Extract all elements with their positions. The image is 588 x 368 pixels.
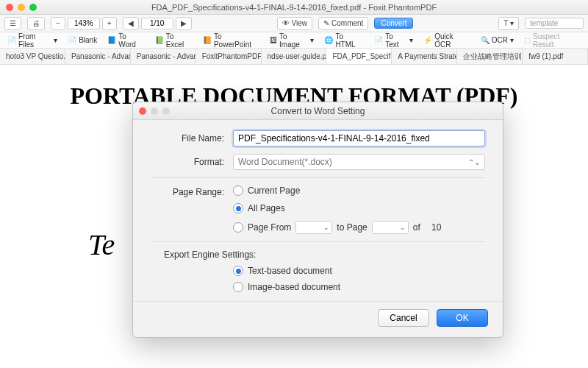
tab-label: ndse-user-guide.pdf xyxy=(268,52,327,60)
zoom-input[interactable] xyxy=(68,18,100,29)
tab-label: 企业战略管理培训... xyxy=(463,52,523,62)
page-from-select[interactable]: ⌄ xyxy=(295,221,332,234)
document-tab[interactable]: Panasonic - Advance... xyxy=(131,49,196,64)
document-tab[interactable]: FoxitPhantomPDF9... xyxy=(196,49,262,64)
zoom-window-icon[interactable] xyxy=(29,4,37,11)
format-select[interactable]: Word Document(*.docx) ⌃⌄ xyxy=(233,154,485,170)
document-tab[interactable]: A Payments Strategy ... xyxy=(392,49,457,64)
comment-mode-button[interactable]: ✎ Comment xyxy=(318,17,368,30)
suspect-result-button: ⬚ Suspect Result xyxy=(521,32,584,49)
convert-to-word-dialog: Convert to Word Setting File Name: Forma… xyxy=(132,102,503,338)
template-search-input[interactable]: template xyxy=(525,18,584,29)
document-tab[interactable]: 企业战略管理培训... xyxy=(457,49,523,64)
document-tab[interactable]: FDA_PDF_Specificati...× xyxy=(326,49,392,64)
export-engine-label: Export Engine Settings: xyxy=(164,250,485,260)
menu-button[interactable]: ☰ xyxy=(4,17,21,30)
tab-label: A Payments Strategy ... xyxy=(398,52,457,60)
to-powerpoint-button[interactable]: 📙 To PowerPoint xyxy=(200,32,262,49)
file-name-label: File Name: xyxy=(151,133,224,144)
page-nav: ◀ ▶ xyxy=(123,17,192,30)
quick-ocr-button[interactable]: ⚡ Quick OCR xyxy=(420,32,473,49)
document-tabs: hoto3 VP Questio...Panasonic - Advance..… xyxy=(0,49,588,65)
to-image-button[interactable]: 🖼 To Image ▾ xyxy=(267,32,317,49)
tab-label: fw9 (1).pdf xyxy=(528,52,563,60)
tab-label: Panasonic - Advance... xyxy=(71,52,131,60)
page-to-select[interactable]: ⌄ xyxy=(372,221,409,234)
all-pages-radio[interactable]: All Pages xyxy=(233,203,441,213)
close-window-icon[interactable] xyxy=(6,4,13,11)
text-based-radio[interactable]: Text-based document xyxy=(233,266,485,276)
zoom-out-icon[interactable]: − xyxy=(51,17,65,30)
window-title: FDA_PDF_Specifications-v4-1-FINAL-9-14-2… xyxy=(0,3,588,12)
to-excel-button[interactable]: 📗 To Excel xyxy=(152,32,196,49)
image-based-radio[interactable]: Image-based document xyxy=(233,282,485,292)
template-toggle-button[interactable]: T ▾ xyxy=(498,17,519,30)
document-tab[interactable]: fw9 (1).pdf xyxy=(523,49,588,64)
ocr-button[interactable]: 🔍 OCR ▾ xyxy=(478,35,517,45)
to-word-button[interactable]: 📘 To Word xyxy=(104,32,148,49)
main-toolbar: ☰ 🖨 − + ◀ ▶ 👁 View ✎ Comment Convert T ▾… xyxy=(0,15,588,32)
page-input[interactable] xyxy=(141,18,173,29)
document-tab[interactable]: hoto3 VP Questio... xyxy=(0,49,65,64)
to-text-button[interactable]: 📄 To Text ▾ xyxy=(371,32,416,49)
file-name-input[interactable] xyxy=(233,130,485,146)
cancel-button[interactable]: Cancel xyxy=(378,309,429,327)
from-files-button[interactable]: 📄 From Files ▾ xyxy=(4,32,60,49)
prev-page-icon[interactable]: ◀ xyxy=(123,17,139,30)
blank-button[interactable]: 📄 Blank xyxy=(65,35,100,45)
format-label: Format: xyxy=(151,157,224,167)
tab-label: FDA_PDF_Specificati... xyxy=(332,52,392,60)
minimize-window-icon[interactable] xyxy=(18,4,25,11)
current-page-radio[interactable]: Current Page xyxy=(233,185,441,196)
ok-button[interactable]: OK xyxy=(437,309,488,327)
document-tab[interactable]: Panasonic - Advance... xyxy=(65,49,131,64)
dialog-titlebar: Convert to Word Setting xyxy=(133,102,503,120)
page-from-radio[interactable]: Page From ⌄ to Page ⌄ of 10 xyxy=(233,221,441,234)
window-traffic-lights xyxy=(6,4,37,11)
next-page-icon[interactable]: ▶ xyxy=(176,17,192,30)
window-titlebar: FDA_PDF_Specifications-v4-1-FINAL-9-14-2… xyxy=(0,0,588,15)
print-button[interactable]: 🖨 xyxy=(27,17,45,30)
to-html-button[interactable]: 🌐 To HTML xyxy=(321,32,367,49)
tab-label: Panasonic - Advance... xyxy=(137,52,196,60)
page-range-label: Page Range: xyxy=(151,187,224,197)
zoom-in-icon[interactable]: + xyxy=(102,17,117,30)
convert-mode-button[interactable]: Convert xyxy=(374,18,413,29)
total-pages-text: 10 xyxy=(431,222,441,233)
convert-toolbar: 📄 From Files ▾ 📄 Blank 📘 To Word 📗 To Ex… xyxy=(0,32,588,49)
zoom-controls: − + xyxy=(51,17,117,30)
dialog-title: Convert to Word Setting xyxy=(133,106,503,116)
tab-label: hoto3 VP Questio... xyxy=(6,52,65,60)
chevron-updown-icon: ⌃⌄ xyxy=(468,158,480,166)
tab-label: FoxitPhantomPDF9... xyxy=(202,52,262,60)
document-tab[interactable]: ndse-user-guide.pdf xyxy=(262,49,327,64)
view-mode-button[interactable]: 👁 View xyxy=(277,17,313,30)
